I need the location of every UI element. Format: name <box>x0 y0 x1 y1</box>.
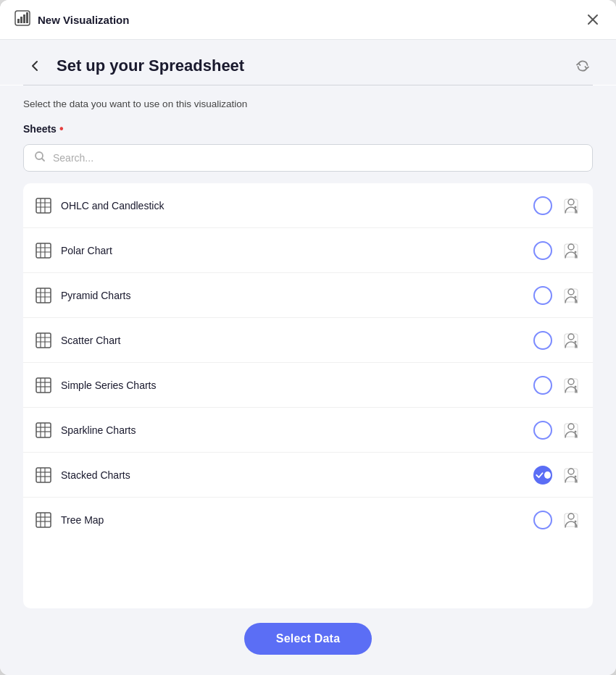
sheet-name: Scatter Chart <box>61 335 525 346</box>
radio-button[interactable] <box>533 511 552 529</box>
sheet-name: Tree Map <box>61 514 525 526</box>
sheet-name: Pyramid Charts <box>61 290 525 301</box>
radio-button[interactable] <box>533 331 552 350</box>
radio-button[interactable] <box>533 241 552 260</box>
svg-rect-45 <box>36 378 51 393</box>
svg-rect-27 <box>36 288 51 303</box>
svg-rect-9 <box>36 198 51 213</box>
search-input[interactable] <box>53 152 582 164</box>
page-header: Set up your Spreadsheet <box>0 40 616 85</box>
svg-point-15 <box>575 206 577 208</box>
select-data-button[interactable]: Select Data <box>244 623 372 655</box>
sheets-label: Sheets • <box>23 122 593 135</box>
svg-point-23 <box>568 244 574 250</box>
info-icon[interactable] <box>561 420 581 440</box>
svg-point-59 <box>568 424 574 429</box>
page-title: Set up your Spreadsheet <box>57 56 244 75</box>
svg-point-42 <box>575 340 577 343</box>
svg-rect-54 <box>36 423 51 437</box>
sheet-name: Simple Series Charts <box>61 380 525 391</box>
back-button[interactable] <box>23 56 46 76</box>
header-left: Set up your Spreadsheet <box>23 56 244 76</box>
sheet-icon <box>35 377 52 394</box>
sheet-name: Stacked Charts <box>61 469 525 481</box>
svg-rect-4 <box>26 12 28 23</box>
svg-rect-1 <box>17 19 20 23</box>
search-box <box>23 144 593 172</box>
svg-point-50 <box>568 379 574 385</box>
info-icon[interactable] <box>561 285 581 306</box>
close-button[interactable] <box>584 11 602 28</box>
sheet-icon <box>35 242 52 259</box>
svg-line-8 <box>42 159 44 161</box>
list-item: OHLC and Candlestick <box>23 183 593 228</box>
svg-point-78 <box>575 521 577 523</box>
titlebar: New Visualization <box>0 0 616 40</box>
svg-point-69 <box>575 475 577 477</box>
sheet-icon <box>35 332 52 349</box>
modal-footer: Select Data <box>0 608 616 675</box>
sheet-icon <box>35 197 52 214</box>
visualization-icon <box>14 10 30 29</box>
sheet-icon <box>35 466 52 484</box>
svg-point-24 <box>575 251 577 253</box>
svg-rect-72 <box>36 513 51 527</box>
list-item: Polar Chart <box>23 228 593 273</box>
list-item: Sparkline Charts <box>23 408 593 453</box>
sheet-icon <box>35 422 52 439</box>
titlebar-title: New Visualization <box>38 14 129 26</box>
svg-point-14 <box>568 199 574 205</box>
svg-rect-36 <box>36 333 51 348</box>
sheet-icon <box>35 511 52 529</box>
info-icon[interactable] <box>561 465 581 485</box>
sheet-icon <box>35 287 52 304</box>
svg-rect-18 <box>36 243 51 258</box>
radio-button[interactable] <box>533 466 552 485</box>
svg-point-77 <box>568 513 574 519</box>
info-icon[interactable] <box>561 196 581 216</box>
svg-point-68 <box>568 469 574 474</box>
modal-container: New Visualization Set up your Spreadshee… <box>0 0 616 675</box>
svg-point-32 <box>568 289 574 295</box>
list-item: Simple Series Charts <box>23 363 593 408</box>
sheets-list: OHLC and Candlestick Polar Chart Pyramid… <box>23 183 593 608</box>
svg-rect-63 <box>36 468 51 482</box>
radio-button[interactable] <box>533 286 552 305</box>
radio-button[interactable] <box>533 376 552 395</box>
svg-point-33 <box>575 295 577 298</box>
main-content: Select the data you want to use on this … <box>0 85 616 608</box>
svg-rect-2 <box>20 17 22 23</box>
sheet-name: Sparkline Charts <box>61 424 525 436</box>
radio-button[interactable] <box>533 196 552 215</box>
svg-rect-3 <box>23 14 25 23</box>
info-icon[interactable] <box>561 375 581 395</box>
list-item: Stacked Charts <box>23 453 593 498</box>
info-icon[interactable] <box>561 510 581 530</box>
info-icon[interactable] <box>561 240 581 261</box>
sheet-name: OHLC and Candlestick <box>61 200 525 211</box>
svg-point-51 <box>575 385 577 387</box>
radio-button[interactable] <box>533 421 552 440</box>
sheet-name: Polar Chart <box>61 245 525 256</box>
list-item: Scatter Chart <box>23 318 593 363</box>
info-icon[interactable] <box>561 330 581 351</box>
titlebar-left: New Visualization <box>14 10 129 29</box>
subtitle-text: Select the data you want to use on this … <box>23 98 593 109</box>
required-indicator: • <box>59 122 64 135</box>
svg-point-60 <box>575 430 577 432</box>
svg-point-41 <box>568 334 574 340</box>
refresh-button[interactable] <box>573 56 593 76</box>
search-icon <box>34 151 46 165</box>
list-item: Pyramid Charts <box>23 273 593 318</box>
list-item: Tree Map <box>23 498 593 542</box>
